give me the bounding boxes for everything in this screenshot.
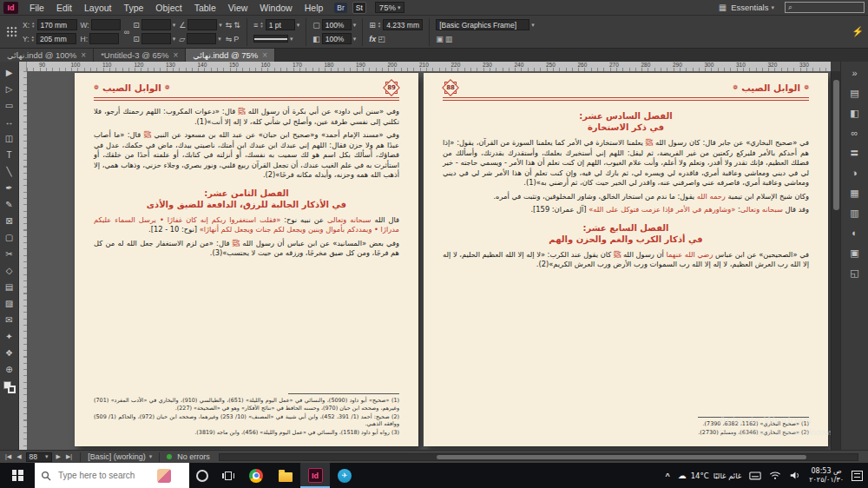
menu-file[interactable]: File (23, 3, 50, 13)
hand-tool[interactable]: ❖ (2, 345, 17, 361)
keyboard-icon[interactable] (749, 471, 761, 480)
gradient-panel-icon[interactable]: ▥ (845, 206, 865, 220)
ruler-origin-corner[interactable] (19, 62, 27, 71)
content-collector-tool[interactable]: ◫ (2, 130, 17, 147)
effects-panel-icon[interactable]: ◐ (845, 226, 865, 240)
flip-horizontal-icon[interactable]: ⇅ (233, 21, 240, 30)
show-hidden-icons-button[interactable]: ^ (665, 472, 669, 480)
search-field[interactable]: ⌕ (785, 2, 865, 13)
color-panel-icon[interactable]: ◑ (845, 166, 865, 180)
document-tab[interactable]: *Untitled-3 @ 65%× (94, 49, 186, 62)
horizontal-scrollbar[interactable] (219, 453, 858, 461)
last-page-button[interactable]: ▶| (65, 453, 73, 460)
menu-window[interactable]: Window (253, 3, 298, 13)
wifi-icon[interactable] (769, 471, 781, 480)
scale-y-field[interactable] (141, 33, 171, 44)
stepper-icon[interactable]: ▲▼ (31, 36, 35, 43)
horizontal-ruler[interactable]: 9010011012013014015016017018019020021022… (27, 62, 831, 71)
cc-libraries-panel-icon[interactable]: ▣ (845, 246, 865, 260)
object-style-select[interactable]: [Basic Graphics Frame] (436, 19, 529, 30)
menu-help[interactable]: Help (299, 3, 330, 13)
preflight-profile-select[interactable]: [Basic] (working) (88, 452, 146, 461)
task-view-button[interactable] (215, 463, 241, 488)
eyedropper-tool[interactable]: ✦ (2, 328, 17, 345)
reference-point-proxy-icon[interactable] (6, 26, 17, 37)
layers-panel-icon[interactable]: ◧ (845, 106, 865, 120)
fill-stroke-control[interactable] (3, 381, 16, 393)
constrain-proportions-icon[interactable]: ∞ (124, 28, 129, 36)
search-input[interactable] (795, 3, 856, 13)
document-canvas[interactable]: ❁ الوابل الصيب ❁ 89 وفي «سنن أبي داود» ع… (27, 71, 831, 450)
stepper-icon[interactable]: ▲▼ (378, 22, 381, 29)
menu-type[interactable]: Type (118, 3, 150, 13)
first-page-button[interactable]: |◀ (4, 453, 12, 460)
shear-field[interactable] (187, 33, 216, 44)
pencil-tool[interactable]: ✎ (2, 196, 17, 213)
cortana-button[interactable] (189, 463, 215, 488)
volume-icon[interactable] (789, 471, 801, 480)
stroke-panel-icon[interactable]: 〓 (845, 146, 865, 160)
workspace-icon[interactable]: ▦ (719, 3, 727, 12)
stock-icon[interactable]: St (352, 2, 366, 14)
page-tool[interactable]: ▭ (2, 97, 17, 114)
messaging-app-taskbar-icon[interactable]: ✈ (330, 463, 359, 488)
rectangle-frame-tool[interactable]: ⊠ (2, 213, 17, 229)
action-center-button[interactable] (852, 471, 863, 481)
page-number-select[interactable]: 88 ▾ (26, 452, 52, 462)
links-panel-icon[interactable]: ∞ (845, 126, 865, 140)
stepper-icon[interactable]: ▲▼ (260, 22, 263, 29)
stroke-weight-field[interactable]: 1 pt (266, 19, 295, 30)
document-tab[interactable]: نهائي.indd @ 75%× (186, 49, 275, 62)
menu-view[interactable]: View (222, 3, 254, 13)
x-position-field[interactable]: 170 mm (37, 19, 77, 30)
flip-vertical-icon[interactable]: ⇋ (226, 35, 233, 43)
scrollbar-thumb[interactable] (833, 80, 839, 210)
menu-edit[interactable]: Edit (50, 3, 78, 13)
zoom-level-select[interactable]: 75% ▾ (375, 2, 405, 13)
previous-page-button[interactable]: ◀ (16, 453, 22, 460)
gradient-feather-tool[interactable]: ▨ (2, 295, 17, 312)
preview-mode-icon[interactable]: ▣ (436, 35, 444, 43)
y-position-field[interactable]: 205 mm (36, 33, 76, 44)
vertical-ruler[interactable] (19, 71, 27, 450)
taskbar-search-box[interactable] (35, 463, 189, 488)
menu-table[interactable]: Table (188, 3, 222, 13)
pages-panel-icon[interactable]: ▤ (845, 86, 865, 100)
vertical-scrollbar[interactable] (831, 71, 840, 450)
workspace-select[interactable]: Essentials ▾ (731, 3, 774, 12)
corner-options-icon[interactable]: ◰ (378, 35, 385, 43)
expand-panels-icon[interactable]: » (845, 66, 865, 80)
gap-tool[interactable]: ↔ (2, 114, 17, 130)
start-button[interactable] (0, 463, 35, 488)
close-icon[interactable]: × (262, 50, 267, 60)
stroke-swatch[interactable] (8, 386, 16, 393)
direct-selection-tool[interactable]: ▷ (2, 81, 17, 97)
indesign-taskbar-icon[interactable]: Id (300, 463, 330, 488)
gutter-field[interactable]: 4.233 mm (383, 19, 423, 30)
rectangle-tool[interactable]: ▢ (2, 229, 17, 246)
file-explorer-taskbar-icon[interactable] (271, 463, 300, 488)
screen-mode-icon[interactable]: ▥ (445, 35, 453, 43)
indesign-logo-icon[interactable]: Id (3, 2, 18, 14)
free-transform-tool[interactable]: ◇ (2, 262, 17, 279)
scrollbar-thumb[interactable] (437, 455, 806, 459)
effects-icon[interactable]: fx (369, 35, 376, 43)
rotate-90-icon[interactable]: ⇆ (226, 21, 233, 30)
clock[interactable]: 08:53 ص ٢٠٢٥/٠١/٣٠ (809, 467, 844, 484)
text-frame[interactable]: الفصل السادس عشر:في ذكر الاستخارةفي «صحي… (424, 103, 828, 446)
selection-tool[interactable]: ▶ (2, 64, 17, 81)
text-frame[interactable]: وفي «سنن أبي داود» عن أبي بكرة أن رسول ا… (75, 103, 418, 446)
chrome-taskbar-icon[interactable] (241, 463, 271, 488)
tint-field[interactable]: 100% (322, 33, 352, 44)
scale-x-field[interactable] (141, 19, 171, 30)
taskbar-search-input[interactable] (56, 470, 152, 481)
menu-object[interactable]: Object (149, 3, 187, 13)
height-field[interactable] (89, 33, 119, 44)
text-wrap-panel-icon[interactable]: ◱ (845, 266, 865, 280)
close-icon[interactable]: × (173, 50, 178, 60)
zoom-tool[interactable]: ⊕ (2, 361, 17, 378)
gradient-tool[interactable]: ▤ (2, 279, 17, 295)
close-icon[interactable]: × (81, 50, 86, 60)
pen-tool[interactable]: ✒ (2, 180, 17, 196)
page-89[interactable]: ❁ الوابل الصيب ❁ 89 وفي «سنن أبي داود» ع… (75, 73, 418, 446)
